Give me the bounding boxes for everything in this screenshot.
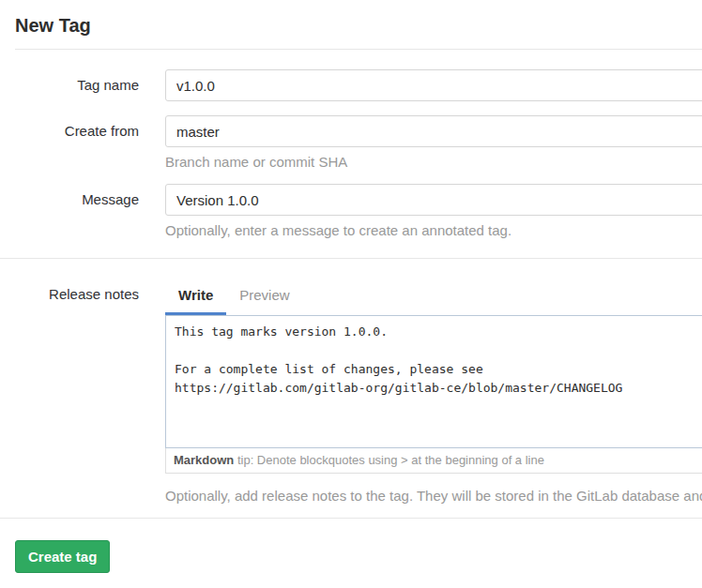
section-divider	[0, 258, 702, 259]
message-help: Optionally, enter a message to create an…	[165, 222, 702, 238]
tag-name-label: Tag name	[0, 69, 150, 101]
page-title: New Tag	[15, 15, 702, 37]
new-tag-page: New Tag Tag name Create from Branch name…	[0, 15, 702, 573]
release-notes-control: Write Preview This tag marks version 1.0…	[165, 279, 702, 504]
markdown-editor-tabs: Write Preview	[165, 279, 702, 315]
message-row: Message Optionally, enter a message to c…	[0, 184, 702, 238]
message-input[interactable]	[165, 184, 702, 216]
create-from-help: Branch name or commit SHA	[165, 154, 702, 170]
create-from-label: Create from	[0, 115, 150, 170]
tag-name-control	[165, 69, 702, 101]
release-notes-help: Optionally, add release notes to the tag…	[165, 488, 702, 504]
markdown-tip-bold: Markdown	[174, 453, 234, 467]
create-from-row: Create from Branch name or commit SHA	[0, 115, 702, 170]
markdown-tip-bar: Markdown tip: Denote blockquotes using >…	[165, 448, 702, 474]
title-divider	[15, 49, 702, 50]
new-tag-form: Tag name Create from Branch name or comm…	[0, 69, 702, 573]
release-notes-textarea[interactable]: This tag marks version 1.0.0. For a comp…	[165, 315, 702, 448]
message-control: Optionally, enter a message to create an…	[165, 184, 702, 238]
create-from-control: Branch name or commit SHA	[165, 115, 702, 170]
markdown-tip-text: tip: Denote blockquotes using > at the b…	[234, 453, 544, 467]
release-notes-row: Release notes Write Preview This tag mar…	[0, 279, 702, 504]
create-from-input[interactable]	[165, 115, 702, 147]
release-notes-label: Release notes	[0, 279, 150, 504]
message-label: Message	[0, 184, 150, 238]
create-tag-button[interactable]: Create tag	[15, 540, 110, 573]
tag-name-row: Tag name	[0, 69, 702, 101]
footer-divider	[0, 518, 702, 519]
tag-name-input[interactable]	[165, 69, 702, 101]
tab-preview[interactable]: Preview	[226, 279, 302, 315]
tab-write[interactable]: Write	[165, 279, 226, 315]
